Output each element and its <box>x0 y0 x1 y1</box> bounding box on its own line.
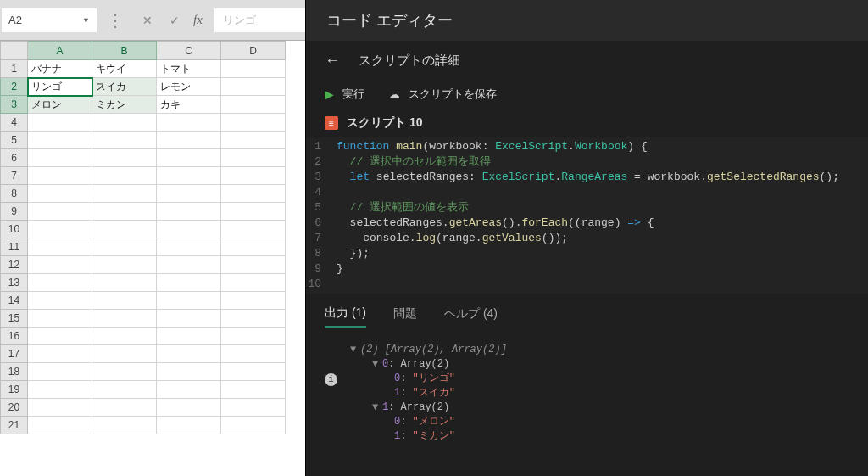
row-header-20[interactable]: 20 <box>1 399 28 417</box>
cell-C1[interactable]: トマト <box>157 60 221 78</box>
col-header-C[interactable]: C <box>157 42 221 60</box>
cell-D5[interactable] <box>221 132 286 149</box>
row-header-16[interactable]: 16 <box>1 328 28 345</box>
cell-D18[interactable] <box>221 363 286 381</box>
row-header-2[interactable]: 2 <box>1 78 28 96</box>
cell-C19[interactable] <box>157 381 221 399</box>
cell-A15[interactable] <box>28 310 92 328</box>
col-header-D[interactable]: D <box>221 42 286 60</box>
cell-C16[interactable] <box>157 328 221 345</box>
cell-B1[interactable]: キウイ <box>92 60 157 78</box>
cell-D9[interactable] <box>221 203 286 221</box>
cell-D21[interactable] <box>221 417 286 434</box>
tab-output[interactable]: 出力 (1) <box>325 305 366 328</box>
cell-C8[interactable] <box>157 185 221 203</box>
cell-C18[interactable] <box>157 363 221 381</box>
run-button[interactable]: 実行 <box>342 87 364 102</box>
row-header-10[interactable]: 10 <box>1 221 28 238</box>
select-all-corner[interactable] <box>1 42 28 60</box>
code-line[interactable]: 10 <box>306 277 868 292</box>
cell-A16[interactable] <box>28 328 92 345</box>
cancel-icon[interactable]: ✕ <box>142 14 153 27</box>
cell-A1[interactable]: バナナ <box>28 60 92 78</box>
cell-B2[interactable]: スイカ <box>92 78 157 96</box>
col-header-B[interactable]: B <box>92 42 157 60</box>
code-line[interactable]: 3 let selectedRanges: ExcelScript.RangeA… <box>306 170 868 185</box>
cell-D7[interactable] <box>221 167 286 185</box>
cell-C9[interactable] <box>157 203 221 221</box>
code-line[interactable]: 6 selectedRanges.getAreas().forEach((ran… <box>306 216 868 231</box>
cell-B6[interactable] <box>92 149 157 167</box>
cell-D20[interactable] <box>221 399 286 417</box>
cell-B8[interactable] <box>92 185 157 203</box>
row-header-3[interactable]: 3 <box>1 96 28 114</box>
cell-B11[interactable] <box>92 238 157 256</box>
save-script-button[interactable]: スクリプトを保存 <box>409 87 497 102</box>
cell-B20[interactable] <box>92 399 157 417</box>
cell-D2[interactable] <box>221 78 286 96</box>
row-header-15[interactable]: 15 <box>1 310 28 328</box>
cell-B10[interactable] <box>92 221 157 238</box>
row-header-21[interactable]: 21 <box>1 417 28 434</box>
cell-D13[interactable] <box>221 274 286 292</box>
cloud-icon[interactable]: ☁︎ <box>388 87 400 101</box>
cell-B5[interactable] <box>92 132 157 149</box>
cell-D17[interactable] <box>221 345 286 363</box>
cell-C11[interactable] <box>157 238 221 256</box>
cell-C7[interactable] <box>157 167 221 185</box>
row-header-17[interactable]: 17 <box>1 345 28 363</box>
tab-problems[interactable]: 問題 <box>393 306 417 327</box>
name-box-dropdown-icon[interactable]: ▼ <box>82 16 90 25</box>
code-line[interactable]: 9} <box>306 261 868 277</box>
cell-D8[interactable] <box>221 185 286 203</box>
row-header-12[interactable]: 12 <box>1 256 28 274</box>
formula-input[interactable]: リンゴ <box>214 8 305 32</box>
tab-help[interactable]: ヘルプ (4) <box>444 306 498 327</box>
cell-D11[interactable] <box>221 238 286 256</box>
cell-D19[interactable] <box>221 381 286 399</box>
cell-A14[interactable] <box>28 292 92 310</box>
cell-C3[interactable]: カキ <box>157 96 221 114</box>
cell-A8[interactable] <box>28 185 92 203</box>
cell-B3[interactable]: ミカン <box>92 96 157 114</box>
confirm-icon[interactable]: ✓ <box>170 14 180 27</box>
cell-A13[interactable] <box>28 274 92 292</box>
row-header-4[interactable]: 4 <box>1 114 28 132</box>
cell-C2[interactable]: レモン <box>157 78 221 96</box>
cell-A21[interactable] <box>28 417 92 434</box>
cell-C10[interactable] <box>157 221 221 238</box>
cell-D4[interactable] <box>221 114 286 132</box>
cell-A19[interactable] <box>28 381 92 399</box>
name-box[interactable]: A2 ▼ <box>2 8 97 32</box>
row-header-1[interactable]: 1 <box>1 60 28 78</box>
cell-A11[interactable] <box>28 238 92 256</box>
cell-D3[interactable] <box>221 96 286 114</box>
cell-B13[interactable] <box>92 274 157 292</box>
cell-C15[interactable] <box>157 310 221 328</box>
cell-B18[interactable] <box>92 363 157 381</box>
cell-A4[interactable] <box>28 114 92 132</box>
cell-B14[interactable] <box>92 292 157 310</box>
output-console[interactable]: ▼(2) [Array(2), Array(2)]▼0: Array(2)i 0… <box>306 328 868 459</box>
code-line[interactable]: 4 <box>306 185 868 200</box>
code-line[interactable]: 2 // 選択中のセル範囲を取得 <box>306 154 868 170</box>
code-line[interactable]: 1function main(workbook: ExcelScript.Wor… <box>306 139 868 154</box>
cell-B21[interactable] <box>92 417 157 434</box>
cell-B17[interactable] <box>92 345 157 363</box>
row-header-13[interactable]: 13 <box>1 274 28 292</box>
cell-C6[interactable] <box>157 149 221 167</box>
cell-A20[interactable] <box>28 399 92 417</box>
cell-D14[interactable] <box>221 292 286 310</box>
code-line[interactable]: 8 }); <box>306 246 868 261</box>
cell-A7[interactable] <box>28 167 92 185</box>
cell-D16[interactable] <box>221 328 286 345</box>
cell-C13[interactable] <box>157 274 221 292</box>
row-header-19[interactable]: 19 <box>1 381 28 399</box>
cell-C5[interactable] <box>157 132 221 149</box>
cell-A12[interactable] <box>28 256 92 274</box>
row-header-7[interactable]: 7 <box>1 167 28 185</box>
cell-C21[interactable] <box>157 417 221 434</box>
row-header-18[interactable]: 18 <box>1 363 28 381</box>
cell-C4[interactable] <box>157 114 221 132</box>
cell-A6[interactable] <box>28 149 92 167</box>
